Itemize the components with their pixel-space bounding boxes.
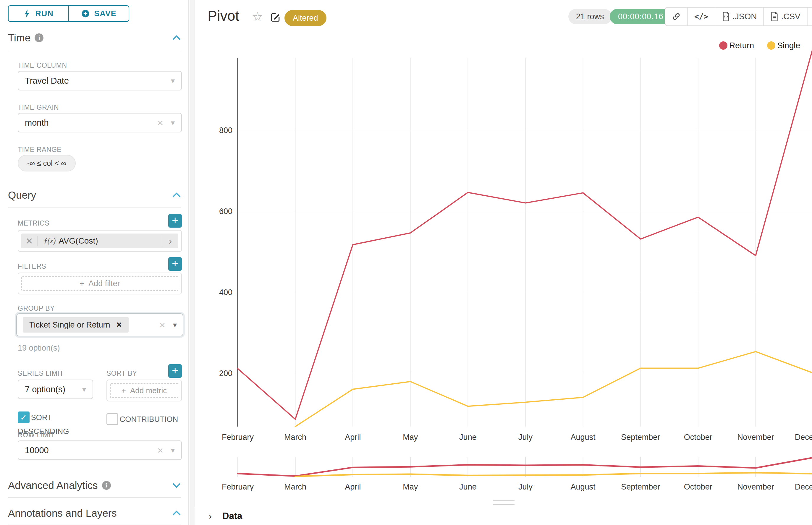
svg-text:May: May	[403, 482, 418, 491]
svg-text:May: May	[403, 433, 418, 441]
svg-text:400: 400	[219, 288, 233, 297]
svg-text:December: December	[795, 482, 812, 491]
svg-text:December: December	[795, 433, 812, 441]
svg-text:April: April	[345, 433, 361, 441]
svg-text:September: September	[621, 433, 660, 441]
svg-text:September: September	[621, 482, 660, 491]
svg-text:800: 800	[219, 126, 233, 135]
svg-text:July: July	[518, 433, 533, 441]
svg-text:August: August	[571, 433, 596, 441]
svg-text:March: March	[284, 482, 306, 491]
svg-text:July: July	[518, 482, 533, 491]
svg-text:200: 200	[219, 369, 233, 378]
svg-text:February: February	[222, 482, 254, 491]
svg-text:November: November	[737, 433, 774, 441]
svg-text:February: February	[222, 433, 254, 441]
svg-text:June: June	[459, 433, 477, 441]
data-panel-label: Data	[222, 511, 242, 522]
svg-text:March: March	[284, 433, 306, 441]
svg-text:October: October	[684, 482, 712, 491]
svg-text:April: April	[345, 482, 361, 491]
svg-text:August: August	[571, 482, 596, 491]
svg-text:June: June	[459, 482, 477, 491]
svg-text:November: November	[737, 482, 774, 491]
data-panel-header[interactable]: › Data	[195, 507, 812, 525]
line-chart[interactable]: 200400600800FebruaryFebruaryMarchMarchAp…	[0, 0, 812, 525]
chevron-right-icon[interactable]: ›	[209, 511, 212, 521]
svg-text:October: October	[684, 433, 712, 441]
svg-text:600: 600	[219, 207, 233, 216]
